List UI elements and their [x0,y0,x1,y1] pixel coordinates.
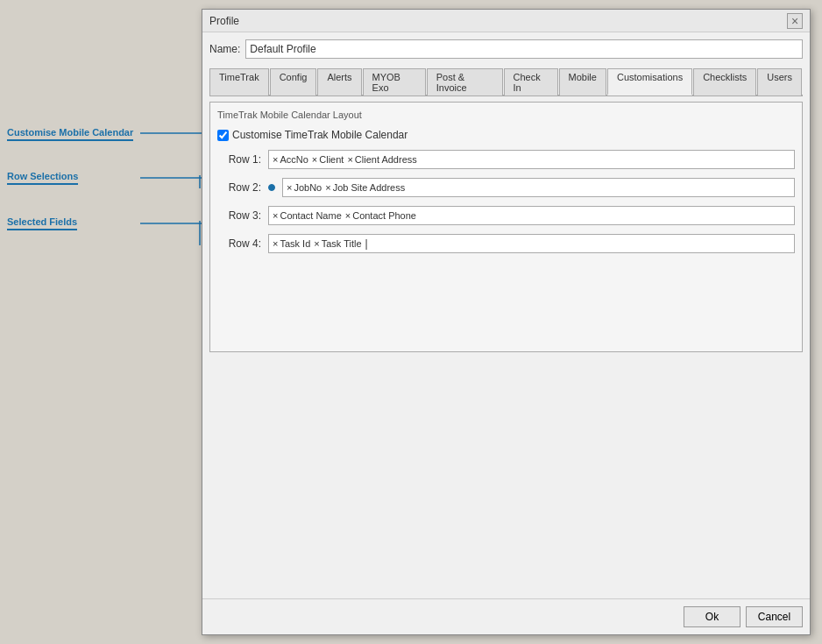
customise-checkbox-label: Customise TimeTrak Mobile Calendar [232,129,407,141]
row-3-input[interactable]: × Contact Name × Contact Phone [268,206,795,225]
annotation-customise: Customise Mobile Calendar [7,127,133,141]
row-2-dot [268,184,275,191]
customise-checkbox-row: Customise TimeTrak Mobile Calendar [217,129,795,141]
content-panel: TimeTrak Mobile Calendar Layout Customis… [209,102,803,352]
tab-checklists[interactable]: Checklists [693,68,756,96]
tag-task-id: × Task Id [273,238,310,249]
tag-contact-name: × Contact Name [273,210,342,221]
tab-check-in[interactable]: Check In [504,68,558,96]
annotation-selected-fields: Selected Fields [7,216,77,230]
tab-customisations[interactable]: Customisations [607,68,692,96]
dialog-body: Name: TimeTrak Config Alerts MYOB Exo Po… [202,32,810,598]
tag-contact-phone: × Contact Phone [345,210,416,221]
field-row-1: Row 1: × AccNo × Client × Client Address [217,150,795,169]
field-row-3: Row 3: × Contact Name × Contact Phone [217,206,795,225]
row-1-input[interactable]: × AccNo × Client × Client Address [268,150,795,169]
spacer [209,357,803,592]
name-row: Name: [209,39,803,59]
tab-mobile[interactable]: Mobile [559,68,606,96]
row-2-label: Row 2: [217,181,261,194]
annotation-selected-fields-text: Selected Fields [7,216,77,230]
tag-job-site-address: × Job Site Address [325,182,405,193]
ok-button[interactable]: Ok [684,606,741,627]
tab-alerts[interactable]: Alerts [317,68,361,96]
tab-myob-exo[interactable]: MYOB Exo [363,68,426,96]
name-input[interactable] [245,39,803,59]
cancel-button[interactable]: Cancel [746,606,803,627]
tabs-bar: TimeTrak Config Alerts MYOB Exo Post & I… [209,67,803,96]
annotation-row-selections-text: Row Selections [7,171,78,185]
cursor-indicator: | [365,237,368,250]
row-1-label: Row 1: [217,153,261,166]
row-2-input[interactable]: × JobNo × Job Site Address [282,178,795,197]
dialog-titlebar: Profile × [202,10,810,32]
field-row-2: Row 2: × JobNo × Job Site Address [217,178,795,197]
dialog-footer: Ok Cancel [202,598,810,634]
tab-timetrak[interactable]: TimeTrak [209,68,269,96]
close-button[interactable]: × [787,13,803,29]
tab-config[interactable]: Config [270,68,317,96]
tag-jobno: × JobNo [287,182,322,193]
field-row-4: Row 4: × Task Id × Task Title | [217,234,795,253]
dialog-title: Profile [209,15,239,27]
section-title: TimeTrak Mobile Calendar Layout [217,110,795,120]
row-4-label: Row 4: [217,237,261,250]
annotation-row-selections: Row Selections [7,171,78,185]
row-3-label: Row 3: [217,209,261,222]
tag-client: × Client [312,154,344,165]
tab-users[interactable]: Users [757,68,802,96]
tag-accno: × AccNo [273,154,308,165]
name-label: Name: [209,43,240,55]
tab-post-invoice[interactable]: Post & Invoice [427,68,503,96]
profile-dialog: Profile × Name: TimeTrak Config Alerts M… [202,9,811,635]
row-4-input[interactable]: × Task Id × Task Title | [268,234,795,253]
tag-client-address: × Client Address [347,154,416,165]
customise-checkbox[interactable] [217,130,229,141]
tag-task-title: × Task Title [314,238,361,249]
annotation-customise-text: Customise Mobile Calendar [7,127,133,141]
